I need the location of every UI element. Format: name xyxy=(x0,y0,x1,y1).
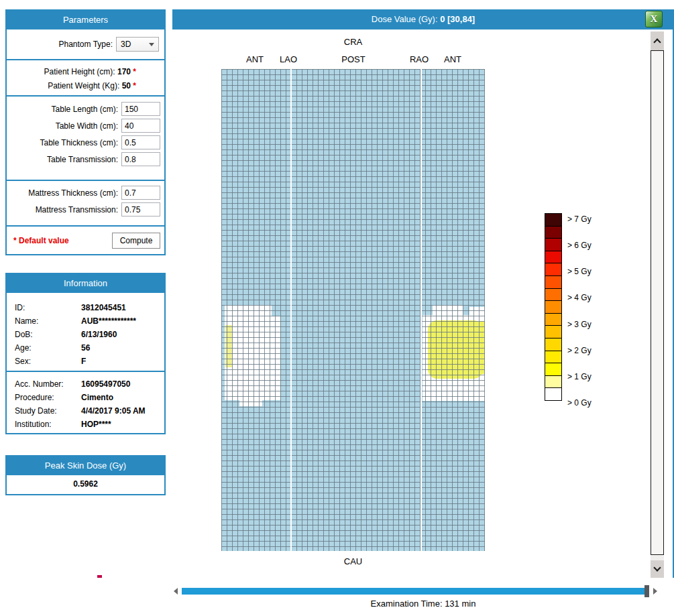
info-label: Study Date: xyxy=(15,404,81,418)
scroll-up-button[interactable] xyxy=(651,32,664,50)
map-column-label-ant: ANT xyxy=(444,54,461,64)
legend-threshold-label: > 4 Gy xyxy=(567,293,592,302)
legend-color-cell xyxy=(545,313,562,326)
patient-field-label: Patient Weight (Kg): xyxy=(48,81,122,90)
patient-field-value: 50 xyxy=(122,81,131,90)
vertical-scrollbar-thumb[interactable] xyxy=(651,50,664,555)
legend-color-cell xyxy=(545,300,562,314)
info-value: 3812045451 xyxy=(81,301,126,314)
info-row: DoB:6/13/1960 xyxy=(7,328,164,341)
legend-color-cell xyxy=(545,351,562,364)
legend-color-cell xyxy=(545,238,562,251)
mattress-field-row: Mattress Transmission: xyxy=(7,202,164,217)
info-row: Acc. Number:16095497050 xyxy=(7,377,164,391)
info-value: 6/13/1960 xyxy=(81,328,117,341)
patient-defaults-section: Patient Height (cm): 170 *Patient Weight… xyxy=(7,59,164,95)
legend-color-cell xyxy=(545,275,562,289)
parameters-footer: * Default value Compute xyxy=(7,225,164,254)
info-label: Age: xyxy=(15,341,81,355)
mattress-field-label: Mattress Transmission: xyxy=(36,205,118,214)
vertical-scrollbar[interactable] xyxy=(651,32,664,578)
info-label: Sex: xyxy=(15,355,81,368)
patient-default-line: Patient Weight (Kg): 50 * xyxy=(7,79,164,93)
legend-color-cell xyxy=(545,226,562,239)
dose-value-readout: 0 [30,84] xyxy=(440,14,475,24)
time-slider-thumb[interactable] xyxy=(644,585,649,597)
phantom-type-select[interactable]: 3D xyxy=(116,37,159,52)
compute-button[interactable]: Compute xyxy=(112,233,160,249)
phantom-type-label: Phantom Type: xyxy=(59,40,113,49)
legend-color-cell xyxy=(545,263,562,276)
info-label: ID: xyxy=(15,301,81,314)
mattress-field-label: Mattress Thickness (cm): xyxy=(28,188,118,198)
legend-threshold-label: > 5 Gy xyxy=(567,267,592,276)
info-row: Age:56 xyxy=(7,341,164,355)
table-field-label: Table Width (cm): xyxy=(56,121,118,131)
patient-field-value: 170 xyxy=(117,67,131,76)
slider-right-arrow-icon[interactable] xyxy=(653,588,657,595)
dose-legend xyxy=(545,213,562,401)
info-label: Name: xyxy=(15,314,81,328)
info-value: F xyxy=(81,355,86,368)
map-sector-divider xyxy=(420,69,422,551)
info-row: Sex:F xyxy=(7,355,164,368)
info-label: Acc. Number: xyxy=(15,377,81,391)
info-value: 4/4/2017 9:05 AM xyxy=(81,404,146,418)
parameters-header: Parameters xyxy=(7,11,164,29)
parameters-panel: Parameters Phantom Type: 3D Patient Heig… xyxy=(5,9,166,255)
legend-color-cell xyxy=(545,363,562,376)
patient-info-block: ID:3812045451Name:AUB************DoB:6/1… xyxy=(7,293,164,371)
table-field-row: Table Transmission: xyxy=(7,152,164,166)
dose-map[interactable] xyxy=(221,69,485,551)
excel-export-icon[interactable]: X xyxy=(645,11,663,27)
info-row: Name:AUB************ xyxy=(7,314,164,328)
mattress-field-row: Mattress Thickness (cm): xyxy=(7,186,164,200)
information-panel: Information ID:3812045451Name:AUB*******… xyxy=(5,273,166,434)
mattress-field-input-1[interactable] xyxy=(121,202,160,217)
info-label: Procedure: xyxy=(15,391,81,404)
table-field-row: Table Thickness (cm): xyxy=(7,135,164,149)
required-asterisk: * xyxy=(131,81,136,90)
info-row: Institution:HOP**** xyxy=(7,418,164,431)
patient-field-label: Patient Height (cm): xyxy=(44,67,117,76)
information-header: Information xyxy=(7,274,164,293)
table-field-row: Table Length (cm): xyxy=(7,102,164,116)
examination-time: Examination Time: 131 min xyxy=(172,599,674,609)
table-field-label: Table Length (cm): xyxy=(52,105,118,114)
map-column-label-ant: ANT xyxy=(246,54,264,64)
info-value: AUB************ xyxy=(81,314,136,328)
scroll-down-button[interactable] xyxy=(651,560,664,578)
info-label: DoB: xyxy=(15,328,81,341)
slider-left-arrow-icon[interactable] xyxy=(174,588,178,595)
peak-skin-dose-panel: Peak Skin Dose (Gy) 0.5962 xyxy=(5,455,166,495)
map-bottom-label: CAU xyxy=(221,556,485,566)
mattress-fields-section: Mattress Thickness (cm):Mattress Transmi… xyxy=(7,180,164,225)
table-field-input-3[interactable] xyxy=(121,152,160,166)
required-asterisk: * xyxy=(131,67,136,76)
red-mark xyxy=(97,575,102,578)
map-column-label-lao: LAO xyxy=(280,54,297,64)
map-grid-overlay xyxy=(221,69,485,551)
table-field-input-1[interactable] xyxy=(121,119,160,133)
legend-color-cell xyxy=(545,387,562,401)
legend-threshold-label: > 2 Gy xyxy=(567,346,592,355)
info-value: 16095497050 xyxy=(81,377,130,391)
chevron-up-icon xyxy=(653,38,661,46)
info-value: HOP**** xyxy=(81,418,111,431)
map-top-label: CRA xyxy=(221,37,485,47)
chevron-down-icon xyxy=(149,43,154,46)
table-field-input-0[interactable] xyxy=(121,102,160,116)
default-value-note: * Default value xyxy=(13,236,69,245)
skin-dose-mapping-app: Parameters Phantom Type: 3D Patient Heig… xyxy=(0,0,674,616)
dose-value-label: Dose Value (Gy): xyxy=(372,14,438,24)
time-slider-track[interactable] xyxy=(182,588,645,595)
phantom-type-value: 3D xyxy=(121,40,131,49)
info-label: Institution: xyxy=(15,418,81,431)
peak-skin-dose-header: Peak Skin Dose (Gy) xyxy=(7,456,164,475)
mattress-field-input-0[interactable] xyxy=(121,186,160,200)
table-field-input-2[interactable] xyxy=(121,135,160,149)
map-column-label-post: POST xyxy=(341,54,365,64)
patient-default-line: Patient Height (cm): 170 * xyxy=(7,65,164,79)
legend-threshold-label: > 6 Gy xyxy=(567,241,592,250)
legend-threshold-label: > 1 Gy xyxy=(567,372,592,381)
